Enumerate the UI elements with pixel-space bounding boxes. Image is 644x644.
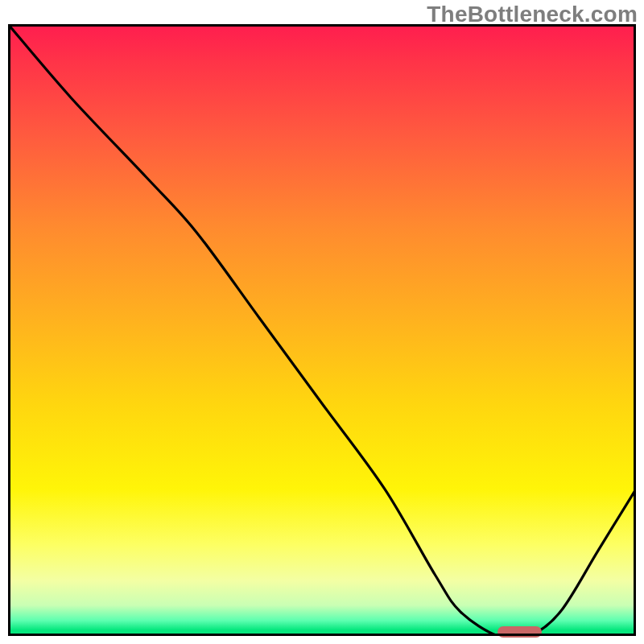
optimal-marker [497,626,542,638]
curve-layer [8,24,636,636]
bottleneck-curve [8,24,636,636]
chart-container: TheBottleneck.com [0,0,644,644]
plot-frame [8,24,636,636]
watermark-text: TheBottleneck.com [427,2,638,27]
